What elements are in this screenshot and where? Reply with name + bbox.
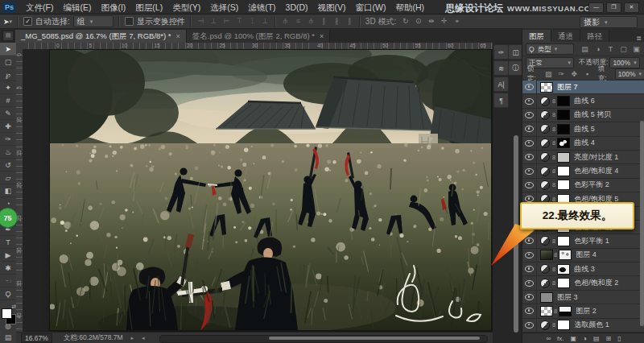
auto-select-dropdown[interactable]: 组▾ — [73, 15, 114, 27]
eraser-tool[interactable]: ▱ — [0, 172, 16, 184]
layer-row[interactable]: 8曲线 5 拷贝 — [522, 109, 644, 122]
icon[interactable]: ✥ — [570, 70, 579, 78]
layer-mask-thumbnail[interactable] — [557, 124, 570, 134]
layer-mask-thumbnail[interactable] — [559, 250, 572, 260]
layer-mask-thumbnail[interactable] — [557, 320, 570, 330]
icon[interactable]: ⊥ — [209, 17, 218, 26]
icon[interactable]: ▤ — [580, 45, 589, 53]
visibility-toggle[interactable] — [522, 291, 537, 304]
brush-tool[interactable]: ✑ — [0, 133, 16, 146]
eyedropper-tool[interactable]: ✎ — [0, 107, 16, 120]
layer-thumbnail[interactable] — [540, 292, 553, 303]
visibility-toggle[interactable] — [522, 109, 537, 122]
icon[interactable]: ⌖ — [452, 17, 461, 26]
icon[interactable]: ▪ — [583, 70, 592, 78]
layer-row[interactable]: 8色彩平衡 1 — [522, 234, 644, 248]
icon[interactable]: ∥ — [320, 17, 328, 26]
gradient-tool[interactable]: ◧ — [0, 184, 16, 197]
layer-row[interactable]: 8色彩平衡 2 — [522, 179, 644, 192]
layer-row[interactable]: 图层 3 — [522, 291, 644, 304]
visibility-toggle[interactable] — [522, 137, 537, 150]
menu-类型(Y)[interactable]: 类型(Y) — [167, 2, 205, 12]
move-tool[interactable]: ➤ — [0, 43, 16, 56]
brush-presets-icon[interactable]: ✑ — [493, 44, 509, 60]
quick-select-tool[interactable]: ✦ — [0, 81, 16, 94]
icon[interactable]: ⇹ — [427, 17, 436, 26]
visibility-toggle[interactable] — [522, 122, 537, 135]
layer-mask-thumbnail[interactable] — [559, 306, 572, 316]
crop-tool[interactable]: # — [0, 94, 16, 107]
menu-图层(L)[interactable]: 图层(L) — [130, 2, 167, 12]
tab-channels[interactable]: 通道 — [551, 30, 580, 42]
layer-row[interactable]: 图层 7 — [522, 81, 644, 94]
layer-row[interactable]: 8曲线 5 — [522, 122, 644, 136]
healing-brush-tool[interactable]: ✚ — [0, 120, 16, 133]
icon[interactable]: ⫛ — [307, 17, 316, 26]
menu-编辑(E)[interactable]: 编辑(E) — [58, 2, 96, 12]
icon[interactable]: ⊥ — [261, 17, 270, 26]
fill-dropdown[interactable]: 100%▾ — [615, 68, 644, 80]
minimize-button[interactable]: — — [588, 2, 604, 13]
menu-帮助(H)[interactable]: 帮助(H) — [391, 2, 430, 12]
visibility-toggle[interactable] — [522, 94, 537, 107]
zoom-level-field[interactable]: 16.67% — [21, 333, 52, 343]
icon[interactable]: T — [606, 45, 615, 53]
layer-mask-thumbnail[interactable] — [557, 236, 570, 246]
filter-type-dropdown[interactable]: Ϙ 类型 ▾ — [526, 43, 574, 55]
tool-preset-caret-icon[interactable]: ▾ — [10, 19, 13, 25]
menu-选择(S)[interactable]: 选择(S) — [205, 2, 243, 12]
layer-mask-thumbnail[interactable] — [557, 152, 570, 163]
layer-thumbnail[interactable] — [540, 306, 553, 316]
layer-mask-thumbnail[interactable] — [557, 110, 570, 120]
close-button[interactable]: ✕ — [624, 2, 639, 13]
tab-layers[interactable]: 图层 — [522, 30, 551, 42]
canvas-pasteboard[interactable] — [23, 49, 493, 332]
layer-row[interactable]: 8曲线 3 — [522, 262, 644, 276]
layer-mask-thumbnail[interactable] — [557, 96, 570, 106]
type-tool[interactable]: T — [0, 236, 16, 249]
layer-mask-thumbnail[interactable] — [557, 278, 570, 288]
tab-scroll-icon[interactable]: ▤ — [2, 31, 14, 41]
icon[interactable]: ⊤ — [235, 17, 244, 26]
new-adjustment-icon[interactable]: ◑ — [583, 335, 587, 342]
visibility-toggle[interactable] — [522, 304, 537, 317]
tab-close-icon[interactable]: × — [176, 30, 180, 43]
menu-视图(V)[interactable]: 视图(V) — [313, 2, 351, 12]
menu-3D(D)[interactable]: 3D(D) — [281, 2, 313, 12]
foreground-color[interactable] — [2, 308, 12, 319]
opacity-dropdown[interactable]: 100%▾ — [609, 57, 639, 68]
layer-mask-thumbnail[interactable] — [557, 180, 570, 190]
icon[interactable]: ∥ — [345, 17, 354, 26]
doc-tab-inactive[interactable]: 签名.psd @ 100% (图层 2, RGB/8) * × — [187, 30, 330, 43]
icon[interactable]: ⌶ — [248, 17, 257, 26]
icon[interactable]: ∦ — [332, 17, 341, 26]
layer-thumbnail[interactable] — [540, 82, 553, 93]
menu-滤镜(T)[interactable]: 滤镜(T) — [243, 2, 280, 12]
brush-icon[interactable]: ≋ — [493, 60, 509, 76]
layer-mask-thumbnail[interactable] — [557, 264, 570, 275]
history-brush-tool[interactable]: ↺ — [0, 159, 16, 172]
marquee-tool[interactable]: ▢ — [0, 56, 16, 68]
horizontal-scrollbar[interactable] — [159, 335, 488, 343]
clone-stamp-tool[interactable]: ♨ — [0, 146, 16, 159]
visibility-toggle[interactable] — [522, 151, 537, 163]
icon[interactable]: ▢ — [619, 45, 628, 53]
hand-tool[interactable]: ☜ — [0, 275, 16, 287]
restore-button[interactable]: ❐ — [606, 2, 621, 13]
visibility-toggle[interactable] — [522, 319, 537, 332]
icon[interactable]: ↻ — [401, 17, 410, 26]
icon[interactable]: ≡ — [294, 17, 303, 26]
icon[interactable]: ▣ — [632, 45, 641, 53]
visibility-toggle[interactable] — [522, 276, 537, 289]
character-panel-icon[interactable]: A| — [493, 76, 509, 92]
add-mask-icon[interactable]: ▣ — [571, 335, 577, 342]
icon[interactable]: ◑ — [593, 45, 602, 53]
menu-图像(I)[interactable]: 图像(I) — [96, 2, 130, 12]
status-arrow-icon[interactable]: ◂ — [142, 335, 145, 341]
menu-窗口(W)[interactable]: 窗口(W) — [351, 2, 391, 12]
layer-mask-thumbnail[interactable] — [557, 166, 570, 176]
layer-mask-thumbnail[interactable] — [557, 138, 570, 148]
icon[interactable]: ✛ — [440, 17, 448, 26]
layer-style-icon[interactable]: fx. — [557, 335, 564, 342]
layer-row[interactable]: 8图层 2 — [522, 304, 644, 318]
